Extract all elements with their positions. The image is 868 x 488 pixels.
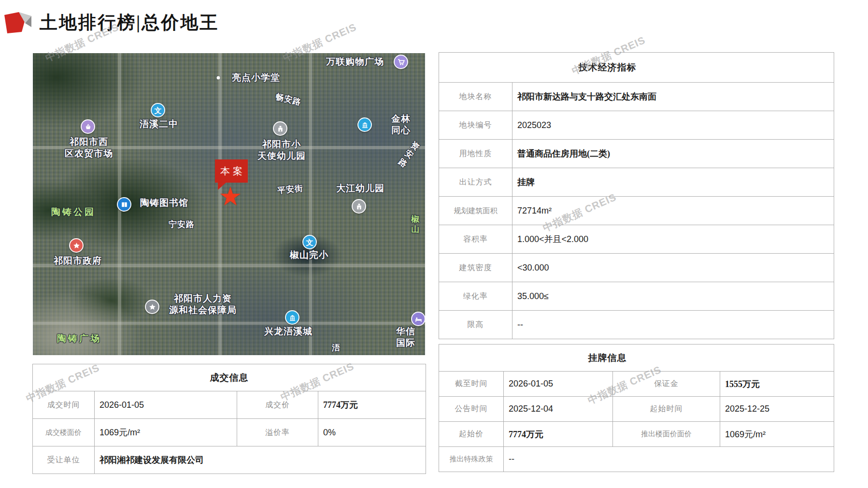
field-label: 出让方式: [439, 168, 512, 197]
cart-icon: [394, 55, 408, 69]
table-row: 起始价 7774万元 推出楼面价面价 1069元/m²: [439, 422, 834, 447]
field-value: 1069元/m²: [720, 422, 834, 447]
map-label-area: 椒山: [411, 214, 420, 235]
map-label-kindergarten: 大江幼儿园: [336, 183, 384, 194]
map-label-river: 浯: [332, 343, 341, 353]
map-label-road: 畅安路: [274, 91, 302, 108]
deal-info-table: 成交信息 成交时间 2026-01-05 成交价 7774万元 成交楼面价 10…: [32, 364, 426, 474]
case-star-icon: ★: [219, 184, 242, 210]
basket-icon: [81, 119, 95, 134]
table-title: 挂牌信息: [439, 344, 834, 372]
table-row: 公告时间 2025-12-04 起始时间 2025-12-25: [439, 397, 834, 422]
creis-logo-icon: [4, 12, 32, 35]
hotel-bed-icon: [411, 312, 425, 326]
bureau-star-icon: [145, 300, 159, 314]
table-row: 容积率 1.000<并且<2.000: [439, 225, 834, 254]
case-marker-label: 本案: [217, 165, 245, 178]
map-label-bureau: 祁阳市人力资 源和社会保障局: [169, 293, 237, 316]
table-row: 用地性质 普通商品住房用地(二类): [439, 140, 834, 168]
map-label-mall: 万联购物广场: [326, 56, 384, 68]
field-label: 推出特殊政策: [439, 447, 504, 472]
field-label: 保证金: [613, 372, 720, 397]
map-label-market: 祁阳市西 区农贸市场: [65, 136, 113, 159]
table-row: 受让单位 祁阳湘祁建设发展有限公司: [33, 446, 426, 474]
map-label-road: 资安路: [394, 138, 425, 172]
field-label: 起始时间: [613, 397, 720, 422]
field-value: 2026-01-05: [504, 372, 613, 397]
map-label-kindergarten: 祁阳市小 天使幼儿园: [257, 139, 306, 162]
map-label-residence: 兴龙浯溪城: [264, 326, 313, 337]
field-value: --: [504, 447, 834, 472]
bank-building-icon: [285, 310, 299, 325]
kindergarten-building-icon: [273, 121, 287, 136]
listing-info-table: 挂牌信息 截至时间 2026-01-05 保证金 1555万元 公告时间 202…: [439, 344, 834, 472]
table-row: 截至时间 2026-01-05 保证金 1555万元: [439, 372, 834, 397]
field-value: 1555万元: [720, 372, 834, 397]
case-marker: 本案: [215, 159, 248, 183]
field-value: 祁阳市新达路与支十路交汇处东南面: [512, 83, 834, 111]
table-row: 成交时间 2026-01-05 成交价 7774万元: [33, 391, 426, 419]
field-value: --: [512, 311, 834, 339]
bank-building-icon: [357, 117, 372, 132]
government-star-icon: [69, 238, 84, 253]
field-label: 起始价: [439, 422, 504, 447]
map-label-school: 亮点小学堂: [232, 72, 280, 84]
map-label-road: 宁安路: [169, 219, 195, 230]
field-label: 受让单位: [33, 446, 95, 474]
field-value: 普通商品住房用地(二类): [512, 140, 834, 168]
field-value: 挂牌: [512, 168, 834, 197]
page-header: 土地排行榜|总价地王: [0, 0, 868, 46]
table-row: 出让方式 挂牌: [439, 168, 834, 197]
field-value: 0%: [318, 419, 426, 446]
table-title: 成交信息: [33, 364, 426, 391]
field-value: 2025-12-25: [720, 397, 834, 422]
field-label: 推出楼面价面价: [613, 422, 720, 447]
table-row: 成交楼面价 1069元/m² 溢价率 0%: [33, 419, 426, 446]
table-row: 推出特殊政策 --: [439, 447, 834, 472]
field-label: 绿化率: [439, 282, 512, 311]
map-road: [309, 53, 312, 355]
field-label: 成交价: [237, 391, 318, 419]
field-label: 成交时间: [33, 391, 95, 419]
map-road: [33, 322, 425, 325]
map-dot: [217, 76, 220, 80]
school-icon: 文: [302, 235, 317, 249]
field-value: 72714m²: [512, 197, 834, 225]
field-label: 用地性质: [439, 140, 512, 168]
field-value: 2025-12-04: [504, 397, 613, 422]
field-label: 建筑密度: [439, 254, 512, 282]
field-label: 限高: [439, 311, 512, 339]
field-label: 截至时间: [439, 372, 504, 397]
kindergarten-building-icon: [352, 199, 366, 214]
field-label: 成交楼面价: [33, 419, 95, 446]
table-row: 地块编号 2025023: [439, 111, 834, 140]
map-label-library: 陶铸图书馆: [140, 197, 188, 209]
field-label: 地块名称: [439, 83, 512, 111]
field-value: <30.000: [512, 254, 834, 282]
map-label-square: 陶铸广场: [57, 333, 101, 344]
map-label-school: 椒山完小: [290, 249, 328, 261]
page-title: 土地排行榜|总价地王: [40, 11, 219, 35]
field-label: 规划建筑面积: [439, 197, 512, 225]
satellite-map: 文 文 万联购物广场 亮点小学堂 畅安路 浯溪二中 祁阳市西 区农贸市场 金林同…: [33, 53, 425, 355]
field-value: 2026-01-05: [95, 391, 237, 419]
table-row: 限高 --: [439, 311, 834, 339]
field-value: 1.000<并且<2.000: [512, 225, 834, 254]
field-label: 溢价率: [237, 419, 318, 446]
field-value: 1069元/m²: [95, 419, 237, 446]
table-row: 绿化率 35.000≤: [439, 282, 834, 311]
field-value: 7774万元: [318, 391, 426, 419]
school-icon: 文: [151, 103, 165, 117]
field-value: 祁阳湘祁建设发展有限公司: [95, 446, 426, 474]
field-value: 7774万元: [504, 422, 613, 447]
map-label-hotel: 华信国际: [396, 326, 415, 349]
field-label: 地块编号: [439, 111, 512, 140]
table-row: 地块名称 祁阳市新达路与支十路交汇处东南面: [439, 83, 834, 111]
library-book-icon: [117, 197, 131, 212]
tech-indicators-table: 技术经济指标 地块名称 祁阳市新达路与支十路交汇处东南面 地块编号 202502…: [439, 52, 834, 339]
table-row: 建筑密度 <30.000: [439, 254, 834, 282]
map-label-residence: 金林同心: [389, 113, 413, 136]
field-label: 容积率: [439, 225, 512, 254]
table-title: 技术经济指标: [439, 53, 834, 83]
field-value: 2025023: [512, 111, 834, 140]
